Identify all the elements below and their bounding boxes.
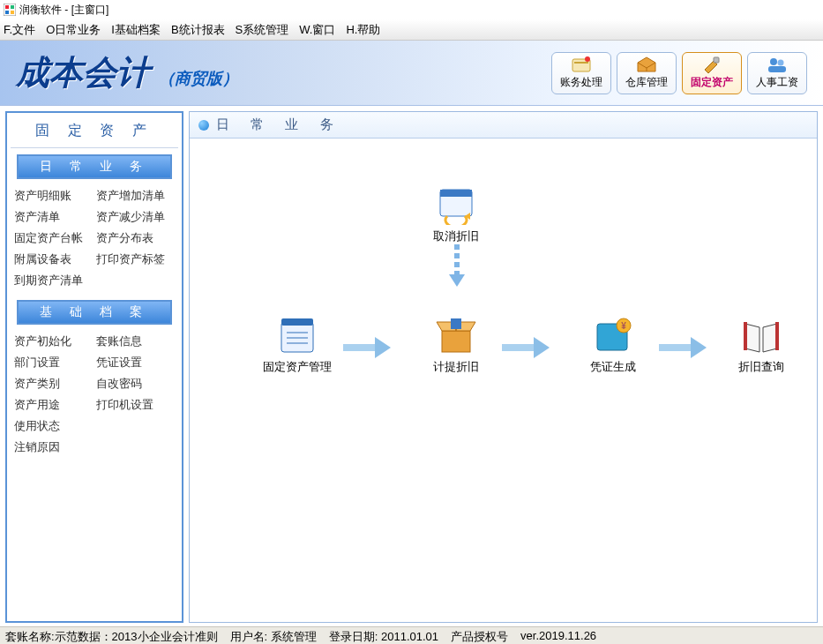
- svg-rect-17: [281, 322, 313, 352]
- module-buttons: 账务处理 仓库管理 固定资产 人事工资: [551, 52, 807, 94]
- svg-rect-2: [11, 5, 14, 9]
- main-header: 日 常 业 务: [190, 112, 817, 139]
- sidebar-item-acct-info[interactable]: 套账信息: [96, 333, 175, 349]
- wf-node-asset-manage[interactable]: 固定资产管理: [262, 315, 333, 375]
- menubar: F.文件 O日常业务 I基础档案 B统计报表 S系统管理 W.窗口 H.帮助: [0, 19, 823, 41]
- sidebar-panel-daily: 日 常 业 务: [17, 154, 172, 179]
- status-version: ver.2019.11.26: [520, 629, 596, 642]
- module-btn-fixed-assets[interactable]: 固定资产: [682, 52, 742, 94]
- svg-rect-4: [11, 11, 14, 14]
- module-btn-warehouse[interactable]: 仓库管理: [617, 52, 677, 94]
- svg-text:¥: ¥: [621, 321, 626, 331]
- sidebar-item-usage[interactable]: 资产用途: [14, 397, 93, 413]
- wf-label: 计提折旧: [421, 359, 491, 375]
- sidebar-item-asset-detail[interactable]: 资产明细账: [14, 188, 93, 204]
- app-icon: [4, 4, 16, 16]
- open-box-icon: [431, 315, 481, 356]
- sidebar-item-asset-list[interactable]: 资产清单: [14, 209, 93, 225]
- svg-rect-8: [714, 57, 719, 63]
- sidebar-item-expired[interactable]: 到期资产清单: [14, 273, 175, 288]
- status-account: 套账名称:示范数据：2013小企业会计准则: [5, 629, 218, 642]
- svg-rect-33: [659, 344, 692, 351]
- content: 固 定 资 产 日 常 业 务 资产明细账 资产增加清单 资产清单 资产减少清单…: [0, 106, 823, 626]
- wf-node-cancel-depr[interactable]: 取消折旧: [421, 184, 491, 244]
- svg-rect-18: [281, 318, 313, 326]
- menu-daily[interactable]: O日常业务: [46, 22, 101, 38]
- module-btn-hr[interactable]: 人事工资: [747, 52, 807, 94]
- svg-rect-22: [343, 344, 377, 351]
- sidebar-item-voucher-set[interactable]: 凭证设置: [96, 355, 175, 371]
- wf-node-query[interactable]: 折旧查询: [726, 315, 797, 375]
- menu-help[interactable]: H.帮助: [346, 22, 380, 38]
- sidebar-panel-header[interactable]: 日 常 业 务: [19, 156, 170, 177]
- main-title: 日 常 业 务: [216, 116, 342, 133]
- svg-rect-28: [502, 344, 535, 351]
- sidebar-item-cancel-reason[interactable]: 注销原因: [14, 439, 175, 455]
- bullet-icon: [198, 120, 209, 131]
- app-title: 成本会计: [16, 50, 150, 95]
- module-label: 人事工资: [756, 75, 798, 90]
- menu-system[interactable]: S系统管理: [236, 22, 289, 38]
- people-icon: [767, 56, 788, 73]
- status-license: 产品授权号: [451, 629, 508, 642]
- module-btn-accounting[interactable]: 账务处理: [551, 52, 611, 94]
- statusbar: 套账名称:示范数据：2013小企业会计准则 用户名: 系统管理 登录日期: 20…: [0, 626, 823, 644]
- svg-rect-24: [442, 331, 470, 352]
- sidebar-item-asset-decrease[interactable]: 资产减少清单: [96, 209, 175, 225]
- banner: 成本会计 （商贸版） 账务处理 仓库管理 固定资产 人事工资: [0, 41, 823, 106]
- sidebar-title: 固 定 资 产: [11, 116, 178, 148]
- sidebar-panel-basic: 基 础 档 案: [17, 300, 172, 325]
- calendar-refresh-icon: [431, 184, 481, 225]
- module-label: 固定资产: [691, 75, 733, 90]
- menu-window[interactable]: W.窗口: [299, 22, 335, 38]
- svg-marker-29: [534, 337, 550, 358]
- svg-point-10: [778, 60, 784, 66]
- arrow-right-icon: [659, 337, 707, 358]
- svg-rect-27: [451, 318, 461, 329]
- sidebar-item-status[interactable]: 使用状态: [14, 418, 175, 434]
- wf-node-depreciation[interactable]: 计提折旧: [421, 315, 491, 375]
- sidebar-links-daily: 资产明细账 资产增加清单 资产清单 资产减少清单 固定资产台帐 资产分布表 附属…: [11, 181, 178, 294]
- module-label: 账务处理: [560, 75, 602, 90]
- titlebar: 润衡软件 - [主窗口]: [0, 0, 823, 19]
- svg-rect-6: [574, 62, 588, 64]
- sidebar-item-category[interactable]: 资产类别: [14, 376, 93, 392]
- sidebar-panel-header[interactable]: 基 础 档 案: [19, 302, 170, 323]
- tools-icon: [701, 56, 722, 73]
- sidebar: 固 定 资 产 日 常 业 务 资产明细账 资产增加清单 资产清单 资产减少清单…: [5, 111, 183, 623]
- wf-node-voucher[interactable]: ¥ 凭证生成: [578, 315, 648, 375]
- sidebar-links-basic: 资产初始化 套账信息 部门设置 凭证设置 资产类别 自改密码 资产用途 打印机设…: [11, 326, 178, 461]
- arrow-right-icon: [343, 337, 391, 358]
- svg-rect-13: [440, 190, 472, 197]
- sidebar-item-print-label[interactable]: 打印资产标签: [96, 251, 175, 267]
- svg-marker-16: [449, 274, 465, 287]
- svg-marker-34: [691, 337, 707, 358]
- arrow-right-icon: [502, 337, 550, 358]
- status-login-date: 登录日期: 2011.01.01: [329, 629, 438, 642]
- sidebar-item-password[interactable]: 自改密码: [96, 376, 175, 392]
- svg-marker-23: [375, 337, 391, 358]
- sidebar-item-asset-increase[interactable]: 资产增加清单: [96, 188, 175, 204]
- svg-rect-35: [744, 322, 747, 350]
- sidebar-item-dept[interactable]: 部门设置: [14, 355, 93, 371]
- sidebar-item-attachment[interactable]: 附属设备表: [14, 251, 93, 267]
- sidebar-item-printer[interactable]: 打印机设置: [96, 397, 175, 413]
- window-title: 润衡软件 - [主窗口]: [19, 3, 108, 18]
- menu-report[interactable]: B统计报表: [171, 22, 225, 38]
- module-label: 仓库管理: [625, 75, 668, 90]
- workflow-canvas: 取消折旧 固定资产管理 计提折旧 ¥ 凭证生成 折: [190, 139, 817, 622]
- svg-point-7: [585, 56, 590, 62]
- sidebar-item-asset-distribution[interactable]: 资产分布表: [96, 230, 175, 246]
- wf-label: 取消折旧: [421, 228, 491, 244]
- menu-file[interactable]: F.文件: [4, 22, 35, 38]
- sidebar-item-asset-ledger[interactable]: 固定资产台帐: [14, 230, 93, 246]
- ledger-icon: [571, 56, 592, 73]
- svg-rect-11: [768, 66, 786, 72]
- svg-rect-1: [5, 5, 9, 9]
- sidebar-item-init[interactable]: 资产初始化: [14, 333, 93, 349]
- app-subtitle: （商贸版）: [159, 68, 238, 89]
- status-user: 用户名: 系统管理: [230, 629, 317, 642]
- wf-label: 固定资产管理: [262, 359, 333, 375]
- menu-basic[interactable]: I基础档案: [111, 22, 161, 38]
- notepad-icon: [273, 315, 322, 356]
